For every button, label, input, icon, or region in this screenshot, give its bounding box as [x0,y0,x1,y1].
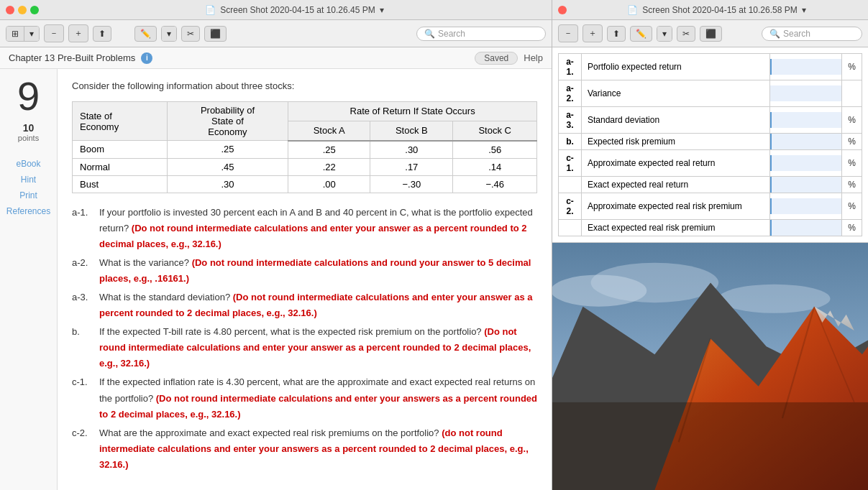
chapter-header: Chapter 13 Pre-Built Problems i Saved He… [0,47,552,69]
annotate-right[interactable]: ✏️ [630,26,652,42]
search-icon-left: 🔍 [424,29,435,39]
crop-button[interactable]: ✂ [181,26,200,42]
title-dropdown-icon[interactable]: ▾ [380,5,384,15]
sidebar-link-print[interactable]: Print [0,188,57,203]
dropdown-view-button[interactable]: ▾ [24,27,39,41]
titlebar-right: 📄 Screen Shot 2020-04-15 at 10.26.58 PM … [552,0,868,20]
data-table-wrapper: State ofEconomy Probability ofState ofEc… [72,101,537,193]
zoom-out-button[interactable]: － [44,24,64,42]
answer-input-c2a[interactable] [770,198,841,214]
q-text-a2: What is the variance? (Do not round inte… [99,255,537,287]
pct-c2a: % [842,193,862,220]
points-info: 10 points [18,122,39,142]
question-a2: a-2. What is the variance? (Do not round… [72,255,537,287]
saved-badge: Saved [475,52,518,65]
search-bar-left[interactable]: 🔍 Search [416,27,546,41]
answer-input-a1[interactable] [770,59,841,75]
answer-label-c1: c-1. [559,150,582,177]
more-right[interactable]: ⬛ [700,26,722,42]
titlebar-left-center: 📄 Screen Shot 2020-04-15 at 10.26.45 PM … [43,5,546,15]
answer-input-c1a[interactable] [770,155,841,171]
title-dropdown-right[interactable]: ▾ [802,5,806,15]
answer-desc-a2: Variance [582,80,770,107]
titlebar-left: 📄 Screen Shot 2020-04-15 at 10.26.45 PM … [0,0,552,20]
answer-table-area: a-1. Portfolio expected return % a-2. Va… [552,47,868,243]
q-text-c2: What are the approximate and exact expec… [99,425,537,473]
mountain-image [552,243,868,490]
share-button[interactable]: ⬆ [93,26,111,42]
sidebar-link-references[interactable]: References [0,204,57,218]
table-row: Bust .30 .00 −.30 −.46 [73,175,537,193]
instruction-a2: (Do not round intermediate calculations … [99,257,531,284]
question-intro: Consider the following information about… [72,80,537,91]
window-title-right: Screen Shot 2020-04-15 at 10.26.58 PM [642,5,797,15]
minimize-button[interactable] [18,6,27,14]
answer-input-a3[interactable] [770,112,841,128]
left-panel: 📄 Screen Shot 2020-04-15 at 10.26.45 PM … [0,0,552,490]
answer-desc-b: Expected risk premium [582,134,770,150]
zoom-out-right[interactable]: － [558,24,578,42]
q-label-a3: a-3. [72,290,95,321]
answer-input-cell-c2b [770,220,842,236]
annotate-button[interactable]: ✏️ [134,26,157,42]
annotate-dropdown-right[interactable]: ▾ [657,27,672,41]
answer-input-c1b[interactable] [770,177,841,193]
q-text-a1: If your portfolio is invested 30 percent… [99,205,537,252]
zoom-in-button[interactable]: ＋ [68,24,88,42]
state-boom: Boom [73,141,168,159]
share-right[interactable]: ⬆ [607,26,626,42]
answer-row-b: b. Expected risk premium % [559,134,862,150]
maximize-button[interactable] [30,6,39,14]
answer-input-b[interactable] [770,134,841,149]
answer-desc-c2b: Exact expected real risk premium [582,220,770,236]
crop-right[interactable]: ✂ [677,26,695,42]
help-text[interactable]: Help [524,52,543,63]
close-button[interactable] [6,6,14,14]
instruction-a1: (Do not round intermediate calculations … [99,223,527,249]
search-bar-right[interactable]: 🔍 Search [762,27,862,41]
more-button[interactable]: ⬛ [204,26,227,42]
prob-normal: .45 [167,158,288,175]
sidebar-link-hint[interactable]: Hint [0,172,57,187]
rate-of-return-header: Rate of Return If State Occurs [288,102,537,121]
answer-input-a2[interactable] [770,85,841,101]
q-label-a1: a-1. [72,205,95,252]
document-icon: 📄 [205,5,216,15]
pct-a2 [842,80,862,107]
search-placeholder-right: Search [783,29,810,39]
doc-icon-right: 📄 [627,5,638,15]
col-state-header: State ofEconomy [73,102,168,141]
answer-label-a1: a-1. [559,54,582,80]
q-text-b: If the expected T-bill rate is 4.80 perc… [99,324,537,371]
answer-desc-c1b: Exact expected real return [582,177,770,193]
answer-label-b: b. [559,134,582,150]
c-bust: −.46 [453,175,537,193]
answer-input-c2b[interactable] [770,220,841,236]
question-a3: a-3. What is the standard deviation? (Do… [72,290,537,321]
right-panel: 📄 Screen Shot 2020-04-15 at 10.26.58 PM … [552,0,868,490]
answer-input-cell-a2 [770,80,842,107]
instruction-a3: (Do not round intermediate calculations … [99,292,533,318]
pct-a3: % [842,107,862,134]
main-content: Consider the following information about… [58,69,552,490]
grid-view-button[interactable]: ⊞ [6,27,24,41]
state-normal: Normal [73,158,168,175]
search-icon-right: 🔍 [769,29,780,39]
zoom-in-right[interactable]: ＋ [583,24,603,42]
sidebar-links: eBook Hint Print References [0,157,57,218]
a-bust: .00 [288,175,370,193]
annotate-dropdown[interactable]: ▾ [162,27,176,41]
close-button-right[interactable] [558,6,567,14]
q-label-a2: a-2. [72,255,95,287]
instruction-b: (Do not round intermediate calculations … [99,326,531,369]
col-stockc-header: Stock C [453,121,537,140]
q-label-b: b. [72,324,95,371]
question-c1: c-1. If the expected inflation rate is 4… [72,374,537,422]
table-row: Normal .45 .22 .17 .14 [73,158,537,175]
info-badge[interactable]: i [141,52,152,64]
window-title-left: Screen Shot 2020-04-15 at 10.26.45 PM [220,5,375,15]
prob-bust: .30 [167,175,288,193]
sidebar-link-ebook[interactable]: eBook [0,157,57,171]
answer-row-c1a: c-1. Approximate expected real return % [559,150,862,177]
answer-input-cell-b [770,134,842,150]
